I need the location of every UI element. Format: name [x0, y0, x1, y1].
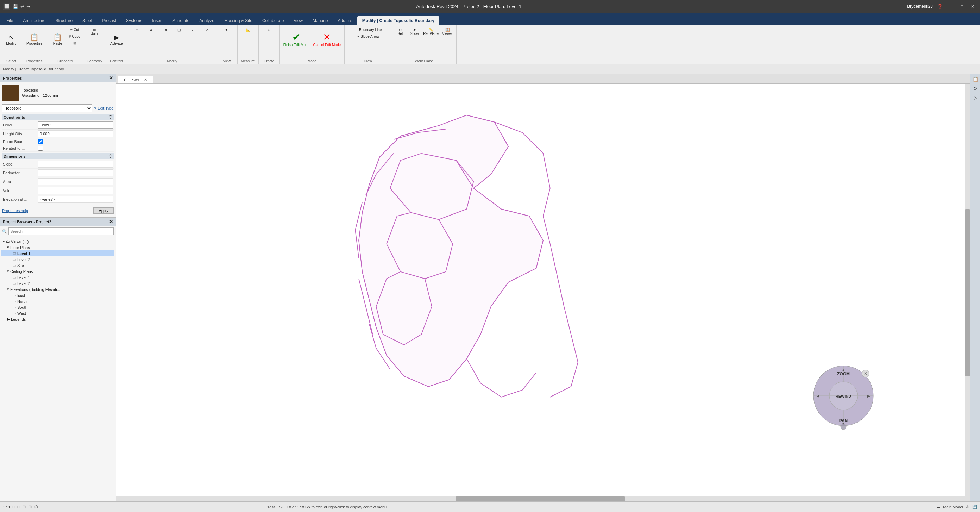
tree-east-label: East: [17, 293, 25, 298]
trim-button[interactable]: ⌐: [186, 27, 200, 33]
show-button[interactable]: 👁 Show: [407, 27, 421, 37]
apply-button[interactable]: Apply: [93, 207, 114, 214]
cancel-label: Cancel Edit Mode: [313, 43, 341, 47]
finish-edit-button[interactable]: ✔ Finish Edit Mode: [282, 27, 311, 51]
project-browser-close[interactable]: ✕: [109, 219, 113, 224]
help-icon[interactable]: ❓: [937, 4, 943, 9]
right-tab-collapse[interactable]: ▷: [972, 94, 979, 101]
save-icon[interactable]: 💾: [13, 4, 18, 9]
activate-button[interactable]: ▶ Activate: [107, 27, 126, 51]
copy-button[interactable]: ⎘ Copy: [68, 33, 82, 40]
viewer-button[interactable]: 🪟 Viewer: [441, 27, 454, 37]
paste-label: Paste: [53, 41, 62, 45]
rotate-button[interactable]: ↺: [144, 27, 158, 33]
tab-collaborate[interactable]: Collaborate: [257, 16, 289, 26]
tab-steel[interactable]: Steel: [78, 16, 97, 26]
tab-modify-boundary[interactable]: Modify | Create Toposolid Boundary: [357, 16, 439, 26]
ref-plane-button[interactable]: 📏 Ref Plane: [422, 27, 440, 37]
tree-level1-floorplan[interactable]: ▭ Level 1: [2, 250, 115, 256]
tab-massing[interactable]: Massing & Site: [219, 16, 257, 26]
paste-button[interactable]: 📋 Paste: [49, 27, 67, 51]
edit-type-button[interactable]: ✎ Edit Type: [94, 106, 114, 110]
browser-search-input[interactable]: [8, 228, 114, 235]
properties-help-link[interactable]: Properties help: [2, 209, 28, 213]
tree-elevation-north[interactable]: ▭ North: [2, 298, 115, 304]
ribbon-group-draw: — Boundary Line ↗ Slope Arrow Draw: [345, 26, 391, 64]
scroll-thumb-horizontal[interactable]: [455, 496, 625, 501]
mirror-button[interactable]: ◫: [172, 27, 186, 33]
prop-level-input[interactable]: [38, 121, 113, 129]
tab-systems[interactable]: Systems: [121, 16, 147, 26]
tree-elevation-south[interactable]: ▭ South: [2, 304, 115, 310]
tab-addins[interactable]: Add-Ins: [332, 16, 357, 26]
properties-ribbon-button[interactable]: 📋 Properties: [25, 27, 44, 51]
properties-panel-close[interactable]: ✕: [109, 75, 113, 81]
prop-relatedto-checkbox[interactable]: [38, 146, 43, 151]
tree-views-all[interactable]: ▾ 🗂 Views (all): [2, 238, 115, 244]
minimize-button[interactable]: –: [947, 3, 956, 10]
app-logo-icon: 🔲: [3, 2, 11, 10]
sync-icon[interactable]: 🔄: [972, 505, 977, 509]
view-render-icon[interactable]: ⬡: [35, 505, 38, 509]
scroll-thumb-vertical[interactable]: [965, 209, 970, 376]
right-tab-type[interactable]: Ω: [972, 85, 979, 92]
view-icon: 👁: [225, 28, 229, 32]
join-button[interactable]: ⊞Join: [88, 27, 101, 37]
tab-manage[interactable]: Manage: [308, 16, 332, 26]
tab-structure[interactable]: Structure: [50, 16, 78, 26]
type-dropdown[interactable]: Toposolid: [2, 104, 92, 112]
tab-architecture[interactable]: Architecture: [18, 16, 50, 26]
close-button[interactable]: ✕: [968, 3, 977, 10]
redo-icon[interactable]: ↪: [26, 4, 30, 9]
tree-elevation-east[interactable]: ▭ East: [2, 292, 115, 298]
tree-ceiling-l1-label: Level 1: [17, 275, 30, 279]
tree-site-floorplan[interactable]: ▭ Site: [2, 262, 115, 268]
horizontal-scrollbar[interactable]: [116, 496, 964, 501]
tab-view[interactable]: View: [289, 16, 308, 26]
boundary-line-button[interactable]: — Boundary Line: [347, 27, 389, 33]
view-tab-close[interactable]: ✕: [144, 78, 147, 82]
undo-icon[interactable]: ↩: [21, 4, 24, 9]
vertical-scrollbar[interactable]: [964, 84, 970, 501]
cut-button[interactable]: ✂ Cut: [68, 27, 82, 33]
tree-level1-label: Level 1: [17, 251, 30, 256]
tab-annotate[interactable]: Annotate: [167, 16, 194, 26]
prop-area-value: [38, 178, 113, 185]
type-name: Toposolid: [22, 88, 58, 93]
tree-ceiling-plans[interactable]: ▾ Ceiling Plans: [2, 268, 115, 274]
create-button[interactable]: ⊕: [262, 27, 275, 33]
set-button[interactable]: ⊙ Set: [393, 27, 407, 37]
offset-button[interactable]: ⇥: [158, 27, 172, 33]
delete-button[interactable]: ✕: [200, 27, 214, 33]
tree-elevations[interactable]: ▾ Elevations (Building Elevati...: [2, 286, 115, 292]
model-selector[interactable]: Main Model: [943, 505, 963, 509]
tab-insert[interactable]: Insert: [147, 16, 167, 26]
view-crop-icon[interactable]: ⊞: [29, 505, 32, 509]
edit-type-label: Edit Type: [97, 106, 114, 110]
right-tab-properties[interactable]: 📋: [972, 75, 979, 83]
cancel-edit-button[interactable]: ✕ Cancel Edit Mode: [312, 27, 342, 51]
drawing-canvas[interactable]: .boundary-line { stroke: #c060c0; stroke…: [116, 84, 970, 501]
view-button[interactable]: 👁: [220, 27, 233, 33]
tab-precast[interactable]: Precast: [97, 16, 121, 26]
tab-analyze[interactable]: Analyze: [194, 16, 219, 26]
maximize-button[interactable]: □: [958, 3, 967, 10]
properties-icon: 📋: [30, 33, 39, 41]
canvas-area[interactable]: 🗒 Level 1 ✕ .boundary-line { stroke: #c0…: [116, 74, 970, 501]
modify-button[interactable]: ↖ Modify: [2, 27, 21, 51]
tree-floor-plans[interactable]: ▾ Floor Plans: [2, 244, 115, 250]
move-button[interactable]: ✛: [130, 27, 144, 33]
tree-level2-floorplan[interactable]: ▭ Level 2: [2, 256, 115, 262]
slope-arrow-button[interactable]: ↗ Slope Arrow: [347, 33, 389, 40]
tree-ceiling-level1[interactable]: ▭ Level 1: [2, 274, 115, 280]
tree-legends[interactable]: ▶ Legends: [2, 316, 115, 322]
tree-elevation-west[interactable]: ▭ West: [2, 310, 115, 316]
tab-file[interactable]: File: [2, 16, 18, 26]
copy2-button[interactable]: ⊞: [68, 40, 82, 46]
tree-ceiling-level2[interactable]: ▭ Level 2: [2, 280, 115, 286]
tab-level1-view[interactable]: 🗒 Level 1 ✕: [118, 76, 153, 83]
prop-roomboun-checkbox[interactable]: [38, 139, 43, 144]
measure-button[interactable]: 📐: [241, 27, 255, 33]
properties-panel-header: Properties ✕: [0, 74, 116, 82]
dimensions-expand-icon: ⬡: [109, 154, 112, 158]
